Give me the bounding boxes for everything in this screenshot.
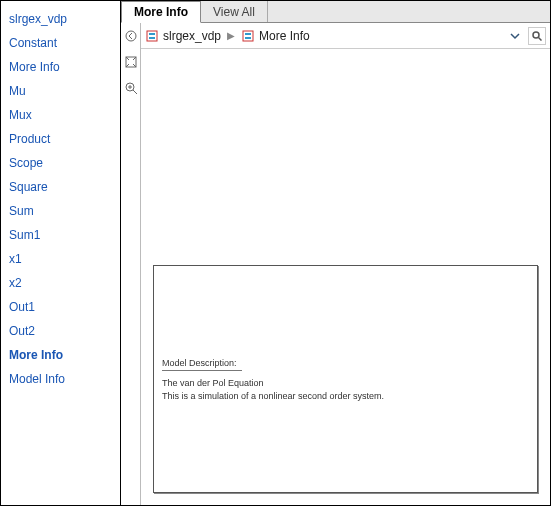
svg-line-3 <box>133 90 137 94</box>
sidebar-item-constant[interactable]: Constant <box>9 31 112 55</box>
breadcrumb-separator: ▶ <box>225 30 237 41</box>
model-info-divider <box>162 370 242 371</box>
main-area: More Info View All s <box>121 1 550 505</box>
svg-rect-10 <box>245 33 251 35</box>
subsystem-icon <box>241 29 255 43</box>
sidebar-item-mu[interactable]: Mu <box>9 79 112 103</box>
model-info-block[interactable]: Model Description: The van der Pol Equat… <box>153 265 538 493</box>
svg-rect-7 <box>149 33 155 35</box>
sidebar-item-product[interactable]: Product <box>9 127 112 151</box>
model-info-line2: This is a simulation of a nonlinear seco… <box>162 390 529 403</box>
content-row: slrgex_vdp ▶ More Info <box>121 23 550 505</box>
breadcrumb-bar: slrgex_vdp ▶ More Info <box>141 23 550 49</box>
svg-rect-6 <box>147 31 157 41</box>
sidebar: slrgex_vdp Constant More Info Mu Mux Pro… <box>1 1 121 505</box>
sidebar-item-square[interactable]: Square <box>9 175 112 199</box>
sidebar-item-x1[interactable]: x1 <box>9 247 112 271</box>
model-icon <box>145 29 159 43</box>
search-button[interactable] <box>528 27 546 45</box>
svg-point-0 <box>126 31 136 41</box>
svg-rect-9 <box>243 31 253 41</box>
fit-to-view-icon[interactable] <box>124 55 138 69</box>
sidebar-item-out2[interactable]: Out2 <box>9 319 112 343</box>
sidebar-item-model-info[interactable]: Model Info <box>9 367 112 391</box>
svg-point-12 <box>533 32 539 38</box>
breadcrumb-current[interactable]: More Info <box>259 29 310 43</box>
sidebar-item-more-info-1[interactable]: More Info <box>9 55 112 79</box>
tab-more-info[interactable]: More Info <box>121 1 201 23</box>
svg-rect-8 <box>149 37 155 39</box>
model-info-line1: The van der Pol Equation <box>162 377 529 390</box>
breadcrumb-dropdown[interactable] <box>506 27 524 45</box>
left-toolstrip <box>121 23 141 505</box>
model-info-heading: Model Description: <box>162 358 529 368</box>
tab-bar: More Info View All <box>121 1 550 23</box>
canvas-area: slrgex_vdp ▶ More Info <box>141 23 550 505</box>
sidebar-item-x2[interactable]: x2 <box>9 271 112 295</box>
app-window: slrgex_vdp Constant More Info Mu Mux Pro… <box>0 0 551 506</box>
svg-line-13 <box>539 37 542 40</box>
sidebar-item-sum[interactable]: Sum <box>9 199 112 223</box>
sidebar-item-slrgex_vdp[interactable]: slrgex_vdp <box>9 7 112 31</box>
svg-rect-11 <box>245 37 251 39</box>
sidebar-item-mux[interactable]: Mux <box>9 103 112 127</box>
tab-view-all[interactable]: View All <box>201 1 268 22</box>
model-canvas[interactable]: Model Description: The van der Pol Equat… <box>141 49 550 505</box>
back-icon[interactable] <box>124 29 138 43</box>
sidebar-item-more-info-2[interactable]: More Info <box>9 343 112 367</box>
sidebar-item-sum1[interactable]: Sum1 <box>9 223 112 247</box>
breadcrumb-root[interactable]: slrgex_vdp <box>163 29 221 43</box>
zoom-in-icon[interactable] <box>124 81 138 95</box>
sidebar-item-scope[interactable]: Scope <box>9 151 112 175</box>
sidebar-item-out1[interactable]: Out1 <box>9 295 112 319</box>
